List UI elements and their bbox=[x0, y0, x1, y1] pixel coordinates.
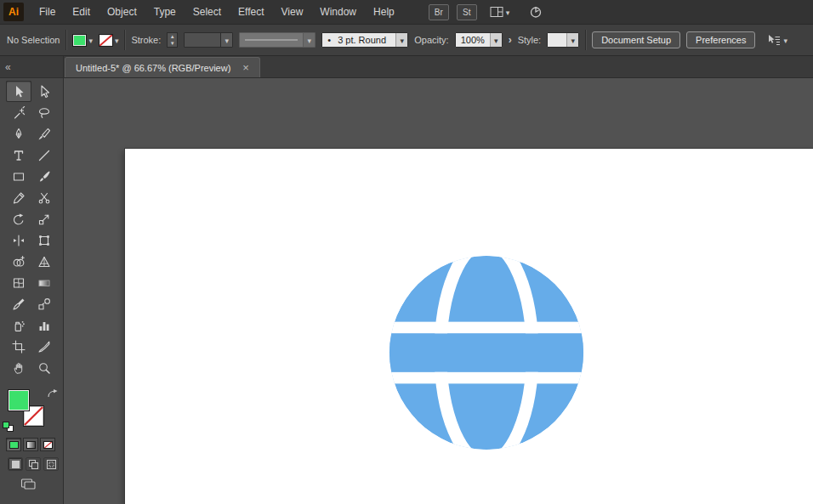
shape-builder-tool[interactable] bbox=[6, 251, 31, 272]
chevron-down-icon[interactable] bbox=[115, 35, 119, 45]
menubar-right-cluster: Br St bbox=[429, 4, 543, 20]
menu-window[interactable]: Window bbox=[311, 1, 365, 23]
globe-artwork[interactable] bbox=[386, 252, 587, 453]
document-tab[interactable]: Untitled-5* @ 66.67% (RGB/Preview) × bbox=[65, 57, 260, 77]
symbol-sprayer-tool[interactable] bbox=[6, 314, 31, 336]
stroke-color-control[interactable] bbox=[99, 34, 119, 47]
preferences-button[interactable]: Preferences bbox=[686, 31, 755, 48]
type-tool[interactable] bbox=[6, 144, 31, 166]
free-transform-tool[interactable] bbox=[31, 229, 57, 251]
close-tab-icon[interactable]: × bbox=[242, 62, 249, 73]
canvas[interactable] bbox=[64, 78, 813, 504]
opacity-field[interactable]: 100% bbox=[455, 32, 503, 48]
chevron-down-icon bbox=[401, 35, 405, 45]
style-dropdown[interactable] bbox=[547, 32, 579, 48]
variable-width-profile-dropdown[interactable]: • 3 pt. Round bbox=[321, 32, 408, 48]
menu-view[interactable]: View bbox=[273, 1, 312, 23]
mesh-tool[interactable] bbox=[6, 272, 31, 293]
menu-type[interactable]: Type bbox=[145, 1, 185, 23]
menu-object[interactable]: Object bbox=[99, 1, 145, 23]
style-button[interactable]: St bbox=[457, 4, 477, 20]
screen-mode-icon bbox=[20, 478, 36, 490]
fill-color-control[interactable] bbox=[72, 34, 93, 47]
opacity-value: 100% bbox=[456, 35, 490, 45]
scissors-tool[interactable] bbox=[31, 187, 57, 208]
gradient-button[interactable] bbox=[23, 438, 38, 451]
magic-wand-tool[interactable] bbox=[6, 102, 31, 123]
opacity-label[interactable]: Opacity: bbox=[414, 35, 448, 45]
slice-tool[interactable] bbox=[31, 336, 57, 357]
dropdown-button[interactable] bbox=[303, 33, 315, 47]
swap-fill-stroke-icon[interactable] bbox=[47, 388, 58, 403]
eyedropper-tool[interactable] bbox=[6, 293, 31, 314]
stroke-weight-stepper[interactable]: ▲ ▼ bbox=[167, 32, 178, 48]
style-label: Style: bbox=[518, 35, 542, 45]
document-tab-title: Untitled-5* @ 66.67% (RGB/Preview) bbox=[76, 63, 230, 73]
document-setup-button[interactable]: Document Setup bbox=[592, 31, 680, 48]
menu-help[interactable]: Help bbox=[365, 1, 403, 23]
none-chip bbox=[43, 441, 53, 449]
draw-behind-button[interactable] bbox=[26, 457, 41, 471]
control-bar: No Selection Stroke: ▲ ▼ • 3 pt bbox=[0, 24, 813, 56]
width-tool[interactable] bbox=[6, 229, 31, 251]
color-chip bbox=[9, 441, 19, 449]
line-segment-tool[interactable] bbox=[31, 144, 57, 166]
default-fill-mini bbox=[3, 422, 9, 428]
tool-panel-header: « bbox=[0, 56, 63, 78]
selection-tool[interactable] bbox=[6, 81, 31, 102]
chevron-right-icon[interactable] bbox=[509, 34, 512, 46]
stroke-color-swatch[interactable] bbox=[99, 34, 113, 47]
dropdown-button[interactable] bbox=[220, 33, 232, 47]
gradient-tool[interactable] bbox=[31, 272, 57, 293]
pen-tool[interactable] bbox=[6, 123, 31, 144]
pencil-tool[interactable] bbox=[6, 187, 31, 208]
chevron-down-icon bbox=[308, 35, 312, 45]
menu-file[interactable]: File bbox=[31, 1, 64, 23]
zoom-tool[interactable] bbox=[31, 357, 57, 378]
default-fill-stroke-icon[interactable] bbox=[3, 422, 14, 433]
fill-proxy-swatch[interactable] bbox=[8, 389, 30, 411]
collapse-panel-icon[interactable]: « bbox=[5, 61, 10, 73]
perspective-grid-tool[interactable] bbox=[31, 251, 57, 272]
screen-mode-button[interactable] bbox=[20, 478, 63, 490]
lasso-tool[interactable] bbox=[31, 102, 57, 123]
brush-definition-dropdown[interactable] bbox=[239, 32, 316, 48]
draw-inside-button[interactable] bbox=[43, 457, 59, 471]
illustrator-window: Ai File Edit Object Type Select Effect V… bbox=[0, 0, 813, 504]
brush-pen-tool[interactable] bbox=[31, 123, 57, 144]
none-button[interactable] bbox=[40, 438, 55, 451]
color-button[interactable] bbox=[6, 438, 21, 451]
draw-normal-button[interactable] bbox=[8, 457, 23, 471]
workspace-switcher[interactable] bbox=[490, 6, 510, 18]
fill-color-swatch[interactable] bbox=[72, 34, 87, 47]
rotate-tool[interactable] bbox=[6, 208, 31, 229]
artboard-tool[interactable] bbox=[6, 336, 31, 357]
menu-select[interactable]: Select bbox=[185, 1, 230, 23]
blend-tool[interactable] bbox=[31, 293, 57, 314]
dropdown-button[interactable] bbox=[566, 33, 578, 47]
dropdown-button[interactable] bbox=[490, 33, 502, 47]
dropdown-button[interactable] bbox=[395, 33, 407, 47]
column-graph-tool[interactable] bbox=[31, 314, 57, 336]
tools-grid bbox=[6, 81, 63, 378]
chevron-down-icon[interactable] bbox=[88, 35, 93, 45]
hand-tool[interactable] bbox=[6, 357, 31, 378]
selection-status: No Selection bbox=[7, 35, 60, 45]
menu-effect[interactable]: Effect bbox=[230, 1, 272, 23]
app-logo-icon: Ai bbox=[3, 3, 24, 21]
scale-tool[interactable] bbox=[31, 208, 57, 229]
menu-edit[interactable]: Edit bbox=[64, 1, 99, 23]
profile-bullet: • bbox=[322, 35, 336, 45]
stepper-down-icon[interactable]: ▼ bbox=[168, 40, 177, 47]
artboard bbox=[125, 149, 813, 504]
stepper-up-icon[interactable]: ▲ bbox=[168, 33, 177, 40]
paintbrush-tool[interactable] bbox=[31, 166, 57, 187]
bridge-button[interactable]: Br bbox=[429, 4, 449, 20]
power-icon[interactable] bbox=[529, 5, 543, 19]
stroke-weight-dropdown[interactable] bbox=[184, 32, 233, 48]
direct-selection-tool[interactable] bbox=[31, 81, 57, 102]
rectangle-tool[interactable] bbox=[6, 166, 31, 187]
cursor-options-control[interactable] bbox=[766, 34, 787, 47]
menubar: Ai File Edit Object Type Select Effect V… bbox=[0, 0, 813, 24]
stroke-label: Stroke: bbox=[131, 35, 161, 45]
